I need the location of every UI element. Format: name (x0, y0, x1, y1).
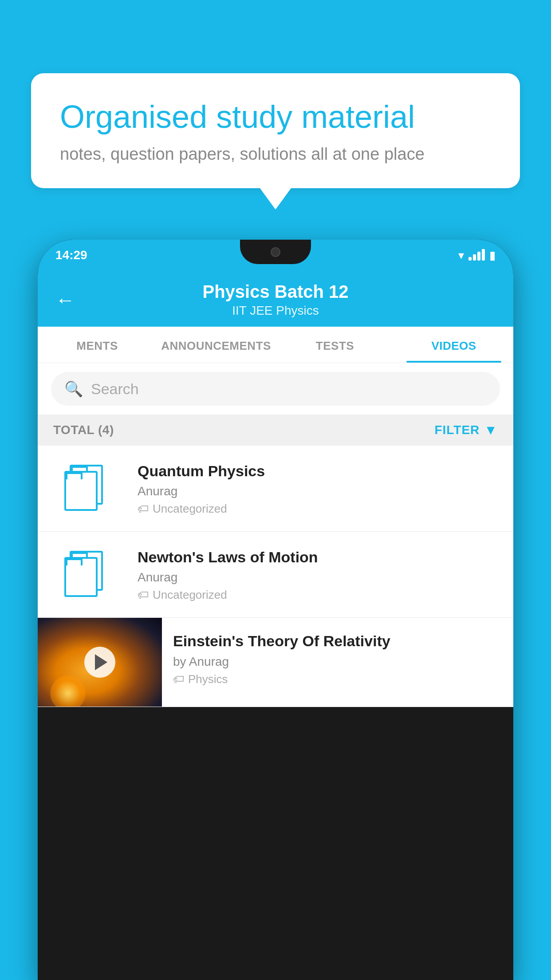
header-title-area: Physics Batch 12 IIT JEE Physics (88, 282, 463, 318)
newton-tag-text: Uncategorized (153, 588, 227, 602)
einstein-author: by Anurag (173, 655, 502, 669)
filter-icon: ▼ (484, 423, 498, 438)
play-button[interactable] (84, 647, 115, 678)
tab-announcements[interactable]: ANNOUNCEMENTS (157, 327, 276, 363)
search-placeholder: Search (91, 380, 139, 398)
list-item[interactable]: Einstein's Theory Of Relativity by Anura… (38, 618, 513, 707)
phone-frame: 14:29 ▾ ▮ ← Physics Batch 12 IIT JEE Phy… (38, 240, 513, 980)
quantum-author: Anurag (138, 484, 498, 498)
filter-label: FILTER (434, 423, 480, 437)
einstein-tag: 🏷 Physics (173, 672, 502, 686)
page-front-icon (64, 471, 98, 511)
app-header: ← Physics Batch 12 IIT JEE Physics (38, 271, 513, 327)
battery-icon: ▮ (489, 249, 496, 262)
camera (271, 247, 280, 257)
page-front-icon (64, 557, 98, 597)
status-bar: 14:29 ▾ ▮ (38, 240, 513, 271)
total-count: TOTAL (4) (53, 423, 114, 437)
light-orb (50, 676, 86, 707)
status-icons: ▾ ▮ (458, 249, 496, 262)
folder-icon-quantum (53, 461, 124, 514)
speech-bubble-card: Organised study material notes, question… (31, 73, 520, 188)
filter-button[interactable]: FILTER ▼ (434, 423, 498, 438)
search-icon: 🔍 (64, 380, 83, 398)
newton-tag: 🏷 Uncategorized (138, 588, 498, 602)
quantum-info: Quantum Physics Anurag 🏷 Uncategorized (138, 461, 498, 516)
newton-info: Newton's Laws of Motion Anurag 🏷 Uncateg… (138, 547, 498, 602)
search-bar[interactable]: 🔍 Search (51, 372, 500, 406)
quantum-tag: 🏷 Uncategorized (138, 502, 498, 516)
tag-icon: 🏷 (173, 672, 185, 686)
list-item[interactable]: Newton's Laws of Motion Anurag 🏷 Uncateg… (38, 532, 513, 618)
einstein-title: Einstein's Theory Of Relativity (173, 631, 502, 651)
tag-icon: 🏷 (138, 588, 149, 602)
content-area: Quantum Physics Anurag 🏷 Uncategorized N… (38, 446, 513, 707)
play-icon (95, 654, 107, 670)
list-item[interactable]: Quantum Physics Anurag 🏷 Uncategorized (38, 446, 513, 532)
tab-tests[interactable]: TESTS (276, 327, 394, 363)
newton-author: Anurag (138, 570, 498, 585)
einstein-tag-text: Physics (188, 672, 228, 686)
wifi-icon: ▾ (458, 249, 464, 262)
tab-bar: MENTS ANNOUNCEMENTS TESTS VIDEOS (38, 327, 513, 363)
signal-icon (468, 250, 485, 261)
speech-bubble-subtitle: notes, question papers, solutions all at… (60, 145, 491, 164)
einstein-info: Einstein's Theory Of Relativity by Anura… (162, 618, 513, 699)
back-button[interactable]: ← (55, 289, 75, 311)
batch-subtitle: IIT JEE Physics (88, 304, 463, 318)
filter-bar: TOTAL (4) FILTER ▼ (38, 415, 513, 446)
newton-title: Newton's Laws of Motion (138, 547, 498, 567)
tag-icon: 🏷 (138, 502, 149, 516)
tab-videos[interactable]: VIDEOS (394, 327, 513, 363)
speech-bubble-title: Organised study material (60, 98, 491, 136)
tab-ments[interactable]: MENTS (38, 327, 157, 363)
einstein-thumbnail (38, 618, 162, 707)
status-time: 14:29 (55, 248, 87, 262)
notch (240, 240, 311, 264)
folder-icon-newton (53, 547, 124, 601)
quantum-tag-text: Uncategorized (153, 502, 227, 516)
quantum-title: Quantum Physics (138, 461, 498, 481)
search-container: 🔍 Search (38, 363, 513, 415)
batch-title: Physics Batch 12 (88, 282, 463, 302)
